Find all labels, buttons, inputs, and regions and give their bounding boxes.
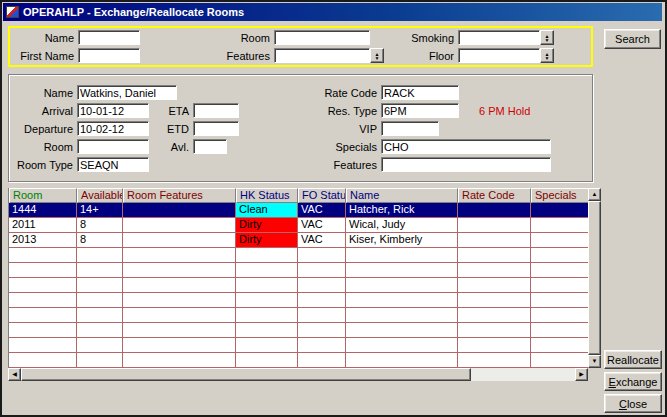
cell-specials (531, 203, 589, 218)
cell-name (346, 308, 458, 323)
column-header-hk-status[interactable]: HK Status (236, 188, 298, 203)
room-type-field[interactable] (77, 157, 149, 172)
detail-features-field[interactable] (381, 157, 551, 172)
vertical-scroll-thumb[interactable] (588, 201, 601, 355)
cell-room-features (123, 338, 236, 353)
cell-room-features (123, 308, 236, 323)
cell-room (9, 353, 77, 368)
scroll-up-icon[interactable]: ▲ (588, 188, 601, 201)
cell-specials (531, 293, 589, 308)
cell-specials (531, 218, 589, 233)
vip-field[interactable] (381, 121, 439, 136)
cell-rate-code (458, 248, 531, 263)
table-row[interactable]: 20138DirtyVACKiser, Kimberly (9, 233, 588, 248)
avl-field[interactable] (193, 139, 227, 154)
updown-icon: ▼ (545, 38, 550, 42)
table-row[interactable]: 144414+CleanVACHatcher, Rick (9, 203, 588, 218)
cell-specials (531, 353, 589, 368)
name-label: Name (12, 31, 74, 45)
exchange-button[interactable]: Exchange (604, 372, 662, 391)
cell-fo-status: VAC (298, 203, 346, 218)
cell-hk-status (236, 308, 298, 323)
horizontal-scrollbar[interactable]: ◀ ▶ (8, 368, 588, 381)
cell-fo-status (298, 263, 346, 278)
horizontal-scroll-thumb[interactable] (21, 368, 471, 381)
column-header-specials[interactable]: Specials (531, 188, 589, 203)
detail-room-field[interactable] (77, 139, 149, 154)
cell-room-features (123, 323, 236, 338)
cell-name (346, 323, 458, 338)
cell-available (77, 338, 123, 353)
column-header-rate-code[interactable]: Rate Code (458, 188, 531, 203)
scroll-right-icon[interactable]: ▶ (575, 368, 588, 381)
cell-hk-status: Dirty (236, 233, 298, 248)
column-header-name[interactable]: Name (346, 188, 458, 203)
res-type-label: Res. Type (309, 104, 377, 118)
cell-room (9, 263, 77, 278)
cell-name: Hatcher, Rick (346, 203, 458, 218)
cell-rate-code (458, 293, 531, 308)
table-row[interactable]: 20118DirtyVACWical, Judy (9, 218, 588, 233)
vip-label: VIP (309, 122, 377, 136)
features-label: Features (186, 49, 270, 63)
smoking-dropdown-button[interactable]: ▲▼ (540, 30, 554, 45)
cell-fo-status: VAC (298, 233, 346, 248)
search-button[interactable]: Search (604, 29, 661, 49)
etd-field[interactable] (193, 121, 239, 136)
cell-name (346, 278, 458, 293)
room-input[interactable] (274, 30, 370, 45)
column-header-available[interactable]: Available (77, 188, 123, 203)
cell-name (346, 248, 458, 263)
table-row[interactable] (9, 323, 588, 338)
table-row[interactable] (9, 278, 588, 293)
cell-available (77, 353, 123, 368)
smoking-label: Smoking (370, 31, 454, 45)
title-bar[interactable]: OPERAHLP - Exchange/Reallocate Rooms (3, 3, 662, 21)
table-row[interactable] (9, 338, 588, 353)
res-type-field[interactable] (381, 103, 459, 118)
table-row[interactable] (9, 353, 588, 368)
specials-field[interactable] (381, 139, 551, 154)
cell-name (346, 353, 458, 368)
arrival-field[interactable] (77, 103, 149, 118)
first-name-input[interactable] (78, 48, 140, 63)
cell-rate-code (458, 203, 531, 218)
features-input[interactable] (274, 48, 370, 63)
close-button[interactable]: Close (604, 394, 662, 413)
smoking-input[interactable] (458, 30, 540, 45)
departure-label: Departure (13, 122, 73, 136)
name-input[interactable] (78, 30, 140, 45)
floor-dropdown-button[interactable]: ▲▼ (540, 48, 554, 63)
cell-room-features (123, 263, 236, 278)
cell-fo-status (298, 323, 346, 338)
vertical-scrollbar[interactable]: ▲ ▼ (588, 188, 601, 368)
cell-fo-status (298, 353, 346, 368)
cell-hk-status (236, 323, 298, 338)
cell-hk-status (236, 353, 298, 368)
table-row[interactable] (9, 293, 588, 308)
table-row[interactable] (9, 308, 588, 323)
cell-rate-code (458, 308, 531, 323)
column-header-room[interactable]: Room (9, 188, 77, 203)
cell-room-features (123, 353, 236, 368)
cell-room (9, 293, 77, 308)
floor-input[interactable] (458, 48, 540, 63)
exchange-reallocate-rooms-window: OPERAHLP - Exchange/Reallocate Rooms Nam… (0, 0, 667, 417)
rate-code-field[interactable] (381, 85, 459, 100)
table-row[interactable] (9, 263, 588, 278)
cell-fo-status (298, 308, 346, 323)
table-row[interactable] (9, 248, 588, 263)
departure-field[interactable] (77, 121, 149, 136)
cell-fo-status (298, 293, 346, 308)
cell-specials (531, 248, 589, 263)
reallocate-button[interactable]: Reallocate (604, 350, 662, 369)
detail-features-label: Features (309, 158, 377, 172)
scroll-down-icon[interactable]: ▼ (588, 355, 601, 368)
cell-available (77, 263, 123, 278)
column-header-room-features[interactable]: Room Features (123, 188, 236, 203)
eta-field[interactable] (193, 103, 239, 118)
specials-label: Specials (309, 140, 377, 154)
scroll-left-icon[interactable]: ◀ (8, 368, 21, 381)
column-header-fo-status[interactable]: FO Status (298, 188, 346, 203)
detail-name-field[interactable] (77, 85, 177, 100)
